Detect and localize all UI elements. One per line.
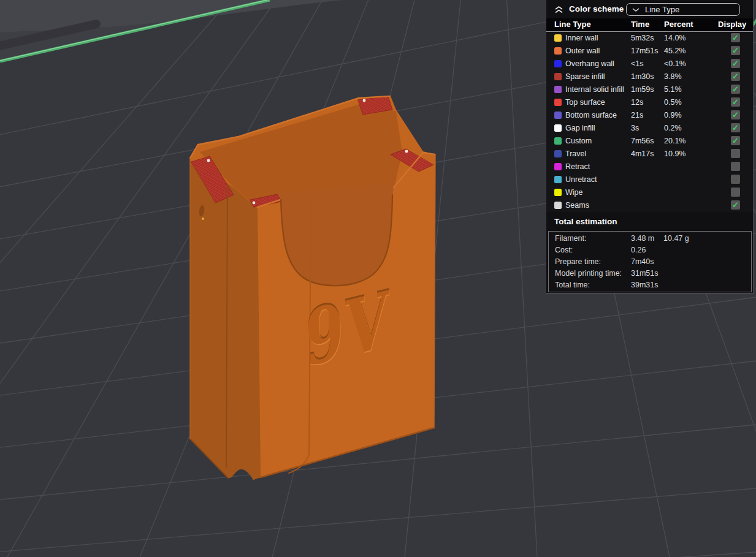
total-estimation-title: Total estimation: [554, 217, 617, 226]
estimation-value: 31m51s: [631, 269, 658, 278]
estimation-value: 7m40s: [631, 257, 654, 266]
column-header-display: Display: [718, 20, 746, 29]
line-type-time: 5m32s: [631, 34, 654, 42]
display-checkbox[interactable]: [731, 162, 740, 171]
chevron-down-icon: [632, 7, 640, 12]
estimation-label: Prepare time:: [555, 257, 601, 266]
line-type-color-swatch: [554, 99, 562, 106]
estimation-label: Cost:: [555, 246, 573, 254]
line-type-color-swatch: [554, 150, 562, 157]
line-type-color-swatch: [554, 73, 562, 80]
display-checkbox[interactable]: ✓: [731, 110, 740, 119]
estimation-value: 3.48 m: [631, 234, 654, 243]
estimation-value: 0.26: [631, 246, 646, 254]
display-checkbox[interactable]: ✓: [731, 33, 740, 42]
line-type-percent: 0.2%: [664, 124, 682, 132]
line-type-time: 7m56s: [631, 137, 654, 145]
display-checkbox[interactable]: [731, 175, 740, 184]
display-checkbox[interactable]: ✓: [731, 46, 740, 55]
line-type-time: 4m17s: [631, 150, 654, 158]
estimation-value-2: 10.47 g: [663, 234, 689, 243]
slicer-preview-window: 9V 9V 9V Color scheme Line Type: [0, 0, 756, 557]
display-checkbox[interactable]: [731, 149, 740, 158]
line-type-percent: 14.0%: [664, 34, 685, 42]
estimation-label: Filament:: [555, 234, 586, 243]
display-checkbox[interactable]: ✓: [731, 123, 740, 132]
line-type-label: Overhang wall: [565, 59, 614, 68]
line-type-label: Retract: [565, 162, 590, 171]
line-type-row: Custom7m56s20.1%✓: [546, 135, 753, 148]
line-type-row: Internal solid infill1m59s5.1%✓: [546, 83, 753, 96]
estimation-row: Filament:3.48 m10.47 g: [549, 234, 751, 246]
line-type-time: 21s: [631, 111, 643, 119]
line-type-color-swatch: [554, 86, 562, 93]
line-type-row: Travel4m17s10.9%: [546, 148, 753, 161]
column-header-percent: Percent: [664, 20, 693, 29]
collapse-panel-button[interactable]: [554, 5, 564, 14]
dropdown-value: Line Type: [645, 5, 679, 14]
double-chevron-up-icon: [554, 5, 564, 14]
line-type-row: Bottom surface21s0.9%✓: [546, 109, 753, 122]
display-checkbox[interactable]: ✓: [731, 72, 740, 81]
model-9v-holder[interactable]: 9V 9V 9V: [190, 96, 435, 480]
display-checkbox[interactable]: ✓: [731, 97, 740, 107]
line-type-percent: 45.2%: [664, 47, 685, 55]
estimation-label: Model printing time:: [555, 269, 622, 278]
line-type-row: Overhang wall<1s<0.1%✓: [546, 58, 753, 70]
line-type-row: Unretract: [546, 173, 753, 186]
line-type-row: Retract: [546, 161, 753, 173]
color-scheme-panel: Color scheme Line Type Line Type Time Pe…: [546, 0, 754, 294]
line-type-label: Internal solid infill: [565, 85, 624, 94]
line-type-time: 3s: [631, 124, 639, 132]
line-type-percent: 0.9%: [664, 111, 682, 119]
line-type-color-swatch: [554, 60, 562, 67]
panel-title: Color scheme: [569, 4, 624, 13]
line-type-percent: 3.8%: [664, 72, 682, 81]
line-type-color-swatch: [554, 176, 562, 183]
line-type-percent: <0.1%: [664, 59, 686, 68]
line-type-label: Bottom surface: [565, 111, 617, 119]
line-type-row: Sparse infill1m30s3.8%✓: [546, 70, 753, 83]
display-checkbox[interactable]: ✓: [731, 200, 740, 210]
line-type-label: Gap infill: [565, 124, 595, 132]
estimation-label: Total time:: [555, 281, 590, 289]
line-type-row: Seams✓: [546, 199, 753, 212]
line-type-row: Outer wall17m51s45.2%✓: [546, 45, 753, 58]
estimation-row: Model printing time:31m51s: [549, 269, 751, 281]
line-type-percent: 0.5%: [664, 98, 682, 107]
line-type-percent: 10.9%: [664, 150, 685, 158]
line-type-row: Top surface12s0.5%✓: [546, 96, 753, 109]
line-type-time: 17m51s: [631, 47, 658, 55]
estimation-row: Total time:39m31s: [549, 281, 751, 292]
line-type-table: Inner wall5m32s14.0%✓Outer wall17m51s45.…: [546, 32, 753, 212]
total-estimation-box: Filament:3.48 m10.47 gCost:0.26Prepare t…: [548, 231, 752, 292]
line-type-time: 1m30s: [631, 72, 654, 81]
seam-dot: [207, 159, 210, 162]
line-type-color-swatch: [554, 163, 562, 170]
line-type-label: Wipe: [565, 188, 582, 197]
line-type-row: Gap infill3s0.2%✓: [546, 122, 753, 135]
line-type-row: Wipe: [546, 186, 753, 199]
line-type-color-swatch: [554, 202, 562, 209]
line-type-color-swatch: [554, 47, 562, 55]
line-type-color-swatch: [554, 34, 562, 42]
line-type-label: Outer wall: [565, 47, 600, 55]
display-checkbox[interactable]: [731, 188, 740, 197]
line-type-label: Top surface: [565, 98, 605, 107]
line-type-color-swatch: [554, 189, 562, 196]
line-type-time: 12s: [631, 98, 643, 107]
line-type-time: 1m59s: [631, 85, 654, 94]
color-scheme-dropdown[interactable]: Line Type: [626, 3, 740, 16]
line-type-label: Custom: [565, 137, 592, 145]
estimation-row: Prepare time:7m40s: [549, 257, 751, 269]
line-type-label: Seams: [565, 201, 589, 210]
display-checkbox[interactable]: ✓: [731, 59, 740, 68]
table-column-headers: Line Type Time Percent Display: [546, 18, 753, 32]
display-checkbox[interactable]: ✓: [731, 85, 740, 94]
line-type-color-swatch: [554, 124, 562, 132]
line-type-color-swatch: [554, 112, 562, 119]
display-checkbox[interactable]: ✓: [731, 136, 740, 145]
line-type-percent: 5.1%: [664, 85, 682, 94]
column-header-time: Time: [631, 20, 649, 29]
line-type-label: Sparse infill: [565, 72, 605, 81]
